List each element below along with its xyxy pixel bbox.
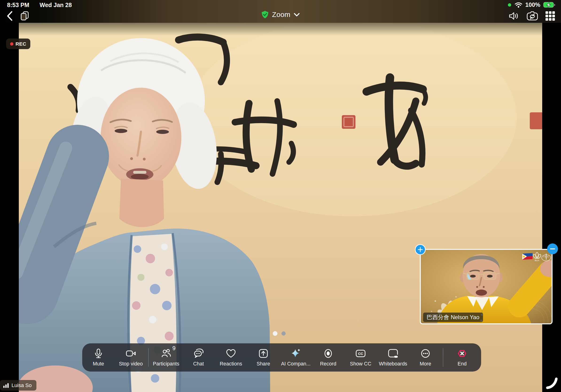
svg-text:BLIA: BLIA: [535, 259, 539, 261]
record-label: Record: [320, 361, 336, 367]
participants-count-badge: 9: [173, 345, 175, 352]
heart-icon: [226, 348, 236, 359]
pip-minimize-button[interactable]: [547, 243, 558, 254]
video-camera-icon: [125, 348, 136, 359]
share-button[interactable]: Share: [247, 348, 280, 367]
ai-companion-button[interactable]: AI Compan...: [280, 348, 312, 367]
app-windows-icon: [20, 11, 29, 21]
end-label: End: [458, 361, 466, 367]
more-label: More: [420, 361, 431, 367]
minus-icon: [550, 246, 556, 252]
philippines-flag: [522, 253, 533, 260]
end-button[interactable]: End: [444, 348, 480, 367]
back-button[interactable]: [6, 11, 13, 21]
stop-video-button[interactable]: Stop video: [115, 348, 147, 367]
speaker-neck: [119, 179, 164, 227]
ai-companion-label: AI Compan...: [281, 361, 310, 367]
page-indicator: [273, 331, 286, 336]
reactions-label: Reactions: [220, 361, 242, 367]
participants-button[interactable]: 9 Participants: [150, 348, 182, 367]
meeting-title-menu[interactable]: Zoom: [261, 10, 300, 19]
chevron-down-icon: [294, 13, 300, 17]
apps-grid-button[interactable]: [545, 11, 555, 21]
show-cc-button[interactable]: CC Show CC: [345, 348, 377, 367]
stop-video-label: Stop video: [119, 361, 143, 367]
svg-text:F.G.S.: F.G.S.: [543, 255, 549, 258]
app-title: Zoom: [272, 11, 290, 19]
recording-label: REC: [15, 41, 26, 47]
record-icon: [323, 348, 334, 359]
nav-bar: Zoom: [0, 9, 561, 23]
mute-label: Mute: [93, 361, 104, 367]
chat-button[interactable]: Chat: [182, 348, 215, 367]
camera-flip-icon: [526, 11, 539, 21]
zoom-meeting-screen: 8:53 PM Wed Jan 28 100%: [0, 0, 561, 392]
toolbar-divider: [443, 348, 443, 367]
status-date: Wed Jan 28: [40, 2, 72, 9]
page-dot-active: [273, 331, 278, 336]
share-up-arrow-icon: [258, 348, 269, 359]
shield-check-icon: [261, 10, 269, 19]
pip-expand-button[interactable]: [415, 244, 426, 255]
audio-level-icon: [3, 382, 9, 389]
whiteboards-button[interactable]: Whiteboards: [377, 348, 409, 367]
speaker-name: Luisa So: [11, 382, 32, 389]
toolbar-divider: [148, 348, 149, 367]
pip-name-label: 巴西分會 Nelson Yao: [423, 313, 483, 322]
battery-charging-icon: [543, 2, 556, 8]
svg-text:CC: CC: [358, 352, 363, 356]
chat-bubble-icon: [193, 348, 204, 359]
ai-sparkle-icon: [290, 348, 301, 359]
microphone-icon: [93, 348, 104, 359]
main-video[interactable]: [19, 22, 542, 392]
closed-captions-icon: CC: [355, 348, 366, 359]
corner-swipe-handle[interactable]: [543, 373, 560, 390]
meeting-toolbar: Mute Stop video 9 Participants: [82, 343, 481, 371]
main-video-scene: [19, 22, 542, 392]
switch-camera-button[interactable]: [526, 11, 539, 21]
chat-label: Chat: [193, 361, 204, 367]
recording-badge: REC: [6, 39, 30, 49]
whiteboard-icon: [388, 348, 399, 359]
participants-icon: [161, 348, 172, 359]
grid-icon: [545, 11, 555, 21]
share-label: Share: [257, 361, 270, 367]
volume-button[interactable]: [508, 11, 520, 21]
plus-icon: [418, 247, 423, 252]
more-button[interactable]: More: [409, 348, 442, 367]
show-cc-label: Show CC: [350, 361, 371, 367]
status-bar: 8:53 PM Wed Jan 28 100%: [0, 0, 561, 10]
status-time: 8:53 PM: [7, 2, 29, 9]
wifi-icon: [515, 2, 522, 8]
record-button[interactable]: Record: [312, 348, 345, 367]
end-call-icon: [457, 348, 467, 359]
back-chevron-icon: [6, 11, 13, 21]
ellipsis-circle-icon: [420, 348, 431, 359]
pip-participant-name: 巴西分會 Nelson Yao: [427, 314, 479, 321]
recording-dot-icon: [10, 42, 13, 46]
battery-percent: 100%: [525, 1, 540, 8]
whiteboards-label: Whiteboards: [379, 361, 407, 367]
active-speaker-label: Luisa So: [0, 380, 36, 391]
privacy-indicator-dot: [508, 3, 511, 7]
mute-button[interactable]: Mute: [82, 348, 115, 367]
reactions-button[interactable]: Reactions: [215, 348, 247, 367]
participants-label: Participants: [153, 361, 179, 367]
speaker-icon: [508, 11, 520, 21]
multitask-button[interactable]: [20, 11, 29, 21]
page-dot: [281, 331, 286, 336]
top-bar: 8:53 PM Wed Jan 28 100%: [0, 0, 561, 23]
